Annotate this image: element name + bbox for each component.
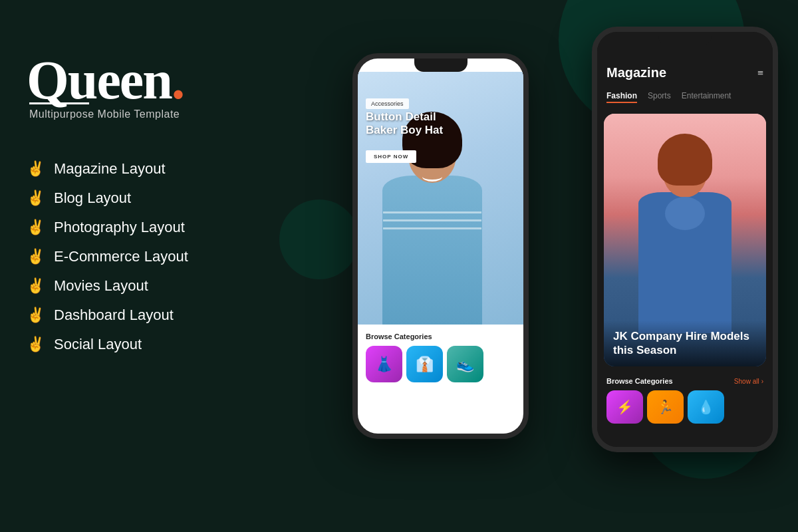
logo-container: Queen. Multipurpose Mobile Template <box>27 53 306 120</box>
p1-stripe3 <box>383 227 481 229</box>
phone2-notch <box>658 32 712 45</box>
phone1-screen: Accessories Button Detail Baker Boy Hat … <box>358 59 523 434</box>
feature-label-7: Social Layout <box>54 336 142 353</box>
phones-container: Accessories Button Detail Baker Boy Hat … <box>319 0 798 532</box>
p2-nav-entertainment[interactable]: Entertainment <box>682 91 732 103</box>
sports-icon: 🏃 <box>657 399 674 415</box>
dress-icon: 👗 <box>375 356 393 373</box>
list-item: ✌️ Social Layout <box>27 336 306 353</box>
shirt-icon: 👔 <box>416 356 434 373</box>
p1-stripe2 <box>383 219 481 221</box>
p2-hair <box>658 134 712 186</box>
p1-category-dress[interactable]: 👗 <box>366 346 402 382</box>
phone2-screen: Magazine ≡ Fashion Sports Entertainment <box>597 32 773 447</box>
p1-shop-button[interactable]: SHOP NOW <box>366 150 416 163</box>
p2-category-1[interactable]: ⚡ <box>606 390 643 424</box>
feature-label-2: Blog Layout <box>54 190 131 207</box>
peace-icon-2: ✌️ <box>27 190 45 207</box>
p1-smile <box>422 172 442 182</box>
lightning-icon: ⚡ <box>616 399 633 415</box>
phone1-mockup: Accessories Button Detail Baker Boy Hat … <box>352 53 529 439</box>
p1-hero-section: Accessories Button Detail Baker Boy Hat … <box>358 72 523 325</box>
hamburger-icon[interactable]: ≡ <box>757 67 763 79</box>
show-all-text: Show all <box>734 378 759 385</box>
water-icon: 💧 <box>698 399 714 415</box>
p1-category-shirt[interactable]: 👔 <box>406 346 443 382</box>
p1-category-shoes[interactable]: 👟 <box>447 346 483 382</box>
logo-text: Queen. <box>27 53 306 108</box>
logo-dot: . <box>172 50 184 110</box>
p1-figure-body <box>372 112 492 325</box>
list-item: ✌️ Dashboard Layout <box>27 307 306 324</box>
p2-header-title: Magazine <box>606 65 666 80</box>
peace-icon-5: ✌️ <box>27 277 45 295</box>
feature-label-1: Magazine Layout <box>54 160 166 178</box>
p2-bottom-section: Browse Categories Show all › ⚡ 🏃 💧 <box>597 370 773 428</box>
peace-icon-6: ✌️ <box>27 307 45 324</box>
list-item: ✌️ Photography Layout <box>27 219 306 236</box>
list-item: ✌️ Movies Layout <box>27 277 306 295</box>
feature-label-6: Dashboard Layout <box>54 307 174 324</box>
p2-header: Magazine ≡ <box>597 45 773 87</box>
p2-card-overlay: JK Company Hire Models this Season <box>604 321 766 366</box>
p2-article-card[interactable]: JK Company Hire Models this Season <box>604 114 766 366</box>
peace-icon-3: ✌️ <box>27 219 45 236</box>
peace-icon-4: ✌️ <box>27 248 45 265</box>
list-item: ✌️ Blog Layout <box>27 190 306 207</box>
p1-product-title: Button Detail Baker Boy Hat <box>366 110 459 138</box>
logo-name: Queen <box>27 50 172 110</box>
peace-icon-1: ✌️ <box>27 160 45 178</box>
left-panel: Queen. Multipurpose Mobile Template ✌️ M… <box>27 53 306 365</box>
p2-nav-sports[interactable]: Sports <box>648 91 671 103</box>
p2-ruffle1 <box>665 197 705 230</box>
p2-browse-row: Browse Categories Show all › <box>606 377 763 385</box>
p1-categories: 👗 👔 👟 <box>366 346 515 382</box>
phone1-notch <box>414 59 467 72</box>
p2-category-2[interactable]: 🏃 <box>647 390 684 424</box>
p2-browse-title: Browse Categories <box>606 377 673 385</box>
p2-nav-fashion[interactable]: Fashion <box>606 91 637 103</box>
chevron-right-icon: › <box>761 378 763 385</box>
peace-icon-7: ✌️ <box>27 336 45 353</box>
p2-categories: ⚡ 🏃 💧 <box>606 390 763 424</box>
p1-browse-title: Browse Categories <box>366 332 515 340</box>
list-item: ✌️ E-Commerce Layout <box>27 248 306 265</box>
phone2-mockup: Magazine ≡ Fashion Sports Entertainment <box>592 27 778 452</box>
shoes-icon: 👟 <box>456 356 474 373</box>
p1-woman-figure <box>372 112 492 325</box>
p1-stripe1 <box>383 211 481 213</box>
feature-list: ✌️ Magazine Layout ✌️ Blog Layout ✌️ Pho… <box>27 160 306 353</box>
p1-bottom-section: Browse Categories 👗 👔 👟 <box>358 325 523 390</box>
feature-label-4: E-Commerce Layout <box>54 248 188 265</box>
p1-body <box>382 176 482 325</box>
p2-show-all-link[interactable]: Show all › <box>734 378 763 385</box>
list-item: ✌️ Magazine Layout <box>27 160 306 178</box>
p2-figure-body <box>632 134 738 333</box>
feature-label-5: Movies Layout <box>54 277 148 295</box>
p2-article-title: JK Company Hire Models this Season <box>613 330 757 357</box>
p1-category-badge: Accessories <box>366 98 409 109</box>
p2-navigation: Fashion Sports Entertainment <box>597 87 773 110</box>
feature-label-3: Photography Layout <box>54 219 185 236</box>
p2-category-3[interactable]: 💧 <box>688 390 724 424</box>
p2-model-figure <box>632 134 738 333</box>
logo-subtitle: Multipurpose Mobile Template <box>29 108 306 120</box>
